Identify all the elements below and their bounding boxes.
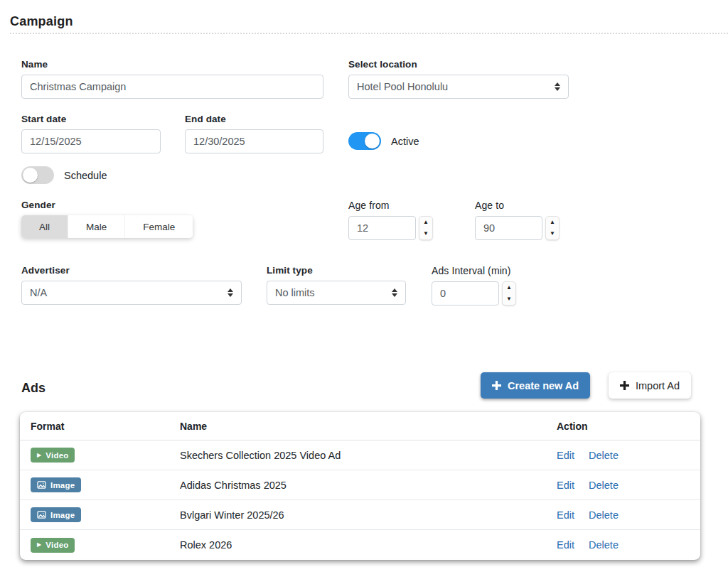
- active-toggle-label: Active: [391, 136, 419, 147]
- advertiser-label: Advertiser: [21, 265, 242, 276]
- video-format-badge: ▶ Video: [31, 538, 75, 553]
- stepper-up-icon[interactable]: ▲: [546, 217, 559, 228]
- advertiser-select[interactable]: N/A: [21, 281, 242, 305]
- video-format-badge: ▶ Video: [31, 448, 75, 463]
- edit-link[interactable]: Edit: [557, 509, 574, 521]
- create-new-ad-label: Create new Ad: [508, 380, 579, 391]
- end-date-input[interactable]: [185, 129, 323, 153]
- age-to-field-group: Age to ▲ ▼: [475, 200, 560, 240]
- edit-link[interactable]: Edit: [557, 450, 574, 461]
- stepper-up-icon[interactable]: ▲: [503, 282, 515, 293]
- age-to-input[interactable]: [475, 216, 542, 240]
- start-date-input[interactable]: [21, 129, 161, 153]
- image-format-badge: Image: [31, 477, 81, 492]
- image-icon: [37, 511, 46, 519]
- age-to-stepper: ▲ ▼: [545, 216, 560, 240]
- age-from-field-group: Age from ▲ ▼: [348, 200, 433, 240]
- gender-label: Gender: [21, 200, 193, 210]
- ads-section-title: Ads: [21, 381, 46, 396]
- gender-option-female[interactable]: Female: [124, 215, 193, 238]
- stepper-down-icon[interactable]: ▼: [419, 228, 432, 239]
- stepper-up-icon[interactable]: ▲: [419, 217, 432, 228]
- schedule-toggle-label: Schedule: [64, 170, 107, 181]
- active-toggle-row: Active: [348, 132, 419, 150]
- age-to-label: Age to: [475, 200, 560, 211]
- toggle-knob: [23, 168, 38, 183]
- ad-name: Bvlgari Winter 2025/26: [180, 509, 557, 521]
- end-date-field-group: End date: [185, 114, 323, 153]
- ad-name: Skechers Collection 2025 Video Ad: [180, 450, 557, 461]
- end-date-label: End date: [185, 114, 323, 124]
- ads-interval-label: Ads Interval (min): [432, 265, 516, 276]
- ads-interval-stepper: ▲ ▼: [502, 281, 516, 305]
- ads-table: Format Name Action ▶ Video Skechers Coll…: [20, 412, 700, 560]
- toggle-knob: [365, 134, 380, 148]
- delete-link[interactable]: Delete: [589, 480, 619, 491]
- limit-type-select[interactable]: No limits: [267, 281, 406, 305]
- image-format-badge: Image: [31, 507, 81, 522]
- edit-link[interactable]: Edit: [557, 539, 574, 551]
- image-icon: [37, 481, 46, 489]
- stepper-down-icon[interactable]: ▼: [503, 293, 515, 305]
- table-row: ▶ Video Rolex 2026 Edit Delete: [20, 530, 700, 560]
- name-label: Name: [21, 59, 323, 70]
- advertiser-field-group: Advertiser N/A: [21, 265, 242, 305]
- play-icon: ▶: [37, 542, 41, 548]
- active-toggle[interactable]: [348, 132, 381, 150]
- location-select[interactable]: Hotel Pool Honolulu: [348, 75, 569, 99]
- name-input[interactable]: [21, 75, 323, 99]
- gender-option-all[interactable]: All: [21, 215, 68, 238]
- name-column-header: Name: [180, 421, 557, 432]
- plus-icon: [620, 381, 629, 390]
- import-ad-label: Import Ad: [636, 380, 680, 391]
- stepper-down-icon[interactable]: ▼: [546, 228, 559, 239]
- start-date-field-group: Start date: [21, 114, 161, 153]
- delete-link[interactable]: Delete: [589, 539, 619, 551]
- badge-label: Video: [46, 541, 68, 549]
- ads-interval-field-group: Ads Interval (min) ▲ ▼: [432, 265, 516, 305]
- location-label: Select location: [348, 59, 569, 70]
- schedule-toggle[interactable]: [21, 166, 54, 184]
- table-row: ▶ Video Skechers Collection 2025 Video A…: [20, 440, 700, 470]
- action-column-header: Action: [557, 421, 700, 432]
- page-title: Campaign: [10, 14, 73, 29]
- delete-link[interactable]: Delete: [589, 450, 619, 461]
- ad-name: Adidas Christmas 2025: [180, 480, 557, 491]
- age-from-stepper: ▲ ▼: [419, 216, 433, 240]
- start-date-label: Start date: [21, 114, 161, 124]
- ad-name: Rolex 2026: [180, 539, 557, 551]
- badge-label: Image: [50, 481, 75, 490]
- table-header-row: Format Name Action: [20, 412, 700, 440]
- delete-link[interactable]: Delete: [589, 509, 619, 521]
- schedule-toggle-row: Schedule: [21, 166, 107, 184]
- format-column-header: Format: [20, 421, 180, 432]
- gender-option-male[interactable]: Male: [68, 215, 124, 238]
- location-field-group: Select location Hotel Pool Honolulu: [348, 59, 569, 99]
- name-field-group: Name: [21, 59, 323, 99]
- badge-label: Video: [46, 451, 68, 460]
- table-row: Image Adidas Christmas 2025 Edit Delete: [20, 470, 700, 500]
- ads-interval-input[interactable]: [432, 281, 499, 305]
- age-from-label: Age from: [348, 200, 433, 211]
- table-row: Image Bvlgari Winter 2025/26 Edit Delete: [20, 500, 700, 530]
- age-from-input[interactable]: [348, 216, 416, 240]
- plus-icon: [492, 381, 501, 390]
- limit-type-field-group: Limit type No limits: [267, 265, 406, 305]
- limit-type-label: Limit type: [267, 265, 406, 276]
- gender-segmented-control: All Male Female: [21, 215, 193, 238]
- badge-label: Image: [50, 511, 75, 519]
- gender-field-group: Gender All Male Female: [21, 200, 193, 238]
- play-icon: ▶: [37, 453, 41, 458]
- title-divider: [10, 33, 728, 34]
- edit-link[interactable]: Edit: [557, 480, 574, 491]
- create-new-ad-button[interactable]: Create new Ad: [481, 372, 590, 399]
- import-ad-button[interactable]: Import Ad: [609, 372, 691, 399]
